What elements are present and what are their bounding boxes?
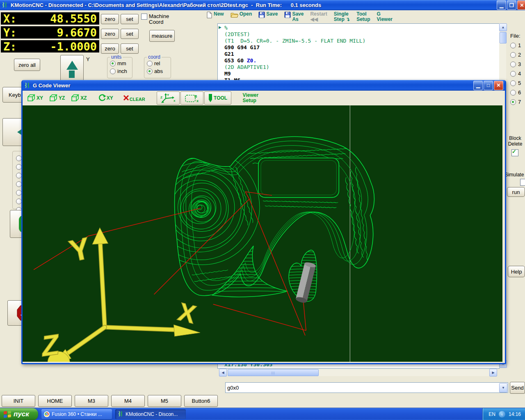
clear-button[interactable]: CLEAR — [123, 94, 145, 102]
zero-button-x[interactable]: zero — [101, 14, 119, 24]
units-inch-radio[interactable] — [110, 68, 116, 74]
feed-radio[interactable] — [16, 190, 22, 196]
measure-button[interactable]: measure — [149, 30, 175, 42]
toolbar-label: New — [214, 11, 224, 17]
help-button[interactable]: Help — [508, 266, 525, 277]
file-option-3[interactable]: 3 — [510, 61, 521, 67]
jog-y-plus-button[interactable] — [60, 55, 84, 81]
file-option-7[interactable]: 7 — [510, 99, 521, 105]
file-option-2[interactable]: 2 — [510, 52, 521, 58]
combo-dropdown-icon[interactable]: ▼ — [499, 383, 507, 393]
toolbar-label: Tool Setup — [356, 11, 370, 22]
editor-hscrollbar[interactable]: ◀ ||| ▶ — [219, 369, 497, 376]
zero-button-z[interactable]: zero — [101, 43, 119, 54]
mdi-command-value[interactable]: g0x0 — [226, 385, 499, 391]
toolbar-single-button[interactable]: Single Step ↴ — [334, 11, 350, 22]
tool-icon — [208, 94, 213, 103]
file-option-5[interactable]: 5 — [510, 80, 521, 86]
zero-button-y[interactable]: zero — [101, 29, 119, 39]
file-option-6[interactable]: 6 — [510, 89, 521, 96]
task-button[interactable]: Fusion 360 • Станки ... — [41, 409, 112, 419]
units-inch-option[interactable]: inch — [110, 68, 132, 74]
feed-radio[interactable] — [16, 164, 22, 170]
rotate-xy-button[interactable]: XY — [98, 94, 113, 102]
toolbar-open-button[interactable]: Open — [231, 11, 252, 19]
file-radio-2[interactable] — [510, 52, 516, 58]
macro-button-init[interactable]: INIT — [2, 395, 35, 407]
set-button-z[interactable]: set — [121, 43, 139, 54]
hscroll-thumb[interactable]: ||| — [228, 369, 319, 376]
coord-abs-radio[interactable] — [147, 68, 153, 74]
view-xz-button[interactable]: XZ — [71, 94, 87, 102]
scroll-left-button[interactable]: ◀ — [219, 369, 227, 377]
scroll-right-button[interactable]: ▶ — [489, 369, 497, 377]
macro-buttons-row: INITHOMEM3M4M5Button6 — [2, 395, 218, 407]
close-button[interactable]: ✕ — [517, 0, 525, 10]
file-radio-6[interactable] — [510, 90, 516, 96]
toolbar-tool-button[interactable]: Tool Setup — [356, 11, 370, 22]
block-delete-checkbox[interactable] — [511, 149, 518, 156]
machine-coord-option[interactable]: Machine Coord — [141, 14, 169, 25]
vscroll-thumb[interactable] — [500, 32, 507, 43]
macro-button-m5[interactable]: M5 — [148, 395, 181, 407]
bounds-box-button[interactable]: B x — [180, 91, 203, 105]
toolbar-label: Save As — [292, 11, 304, 22]
send-button[interactable]: Send — [510, 382, 525, 394]
viewer-canvas[interactable]: YXZ — [23, 105, 502, 362]
toolpath-scene: YXZ — [23, 105, 502, 362]
show-axes-button[interactable]: Y x Z — [157, 91, 180, 105]
macro-button-button6[interactable]: Button6 — [184, 395, 218, 407]
minimize-button[interactable]: ▁ — [497, 0, 506, 10]
file-option-1[interactable]: 1 — [510, 42, 521, 48]
viewer-minimize-button[interactable]: ▁ — [473, 81, 483, 90]
task-button[interactable]: KMotionCNC - Discon... — [115, 409, 186, 419]
toolbar-new-button[interactable]: New — [206, 11, 224, 20]
toolbar-save-button[interactable]: Save As — [284, 11, 304, 22]
feed-radio[interactable] — [16, 181, 22, 187]
viewer-close-button[interactable]: ✕ — [494, 81, 503, 90]
set-buttons: setsetset — [121, 12, 139, 58]
set-button-y[interactable]: set — [121, 29, 139, 39]
machine-coord-checkbox[interactable] — [141, 14, 147, 20]
gcode-line: M9 — [224, 71, 365, 77]
file-radio-7[interactable] — [510, 99, 516, 105]
macro-button-m3[interactable]: M3 — [75, 395, 108, 407]
viewer-maximize-button[interactable]: □ — [484, 81, 493, 90]
language-indicator[interactable]: EN — [488, 411, 495, 417]
start-button[interactable]: пуск — [0, 408, 38, 420]
file-radio-5[interactable] — [510, 80, 516, 86]
zero-all-button[interactable]: zero all — [14, 59, 40, 71]
coord-rel-option[interactable]: rel — [147, 60, 171, 66]
scroll-up-button[interactable]: ▲ — [499, 23, 507, 31]
gcode-line: (2DTEST) — [224, 31, 365, 38]
toolbar-g-button[interactable]: G Viewer — [377, 11, 393, 22]
file-radio-1[interactable] — [510, 43, 516, 48]
run-button[interactable]: run — [507, 187, 525, 197]
toolbar-save-button[interactable]: Save — [258, 11, 278, 19]
view-xy-button[interactable]: XY — [27, 94, 43, 102]
feed-radio[interactable] — [16, 173, 22, 178]
file-radio-3[interactable] — [510, 62, 516, 67]
units-mm-option[interactable]: mm — [110, 60, 132, 66]
show-tool-button[interactable]: TOOL — [204, 91, 231, 105]
restore-button[interactable]: ❐ — [507, 0, 516, 10]
feed-radio[interactable] — [16, 199, 22, 204]
coord-abs-option[interactable]: abs — [147, 68, 171, 74]
file-radio-4[interactable] — [510, 71, 516, 77]
macro-button-home[interactable]: HOME — [38, 395, 72, 407]
toolbar-label: G Viewer — [377, 11, 393, 22]
macro-button-m4[interactable]: M4 — [111, 395, 145, 407]
file-panel-label: File: — [510, 33, 521, 39]
feed-radio[interactable] — [16, 155, 22, 161]
svg-text:x: x — [173, 99, 176, 103]
view-yz-button[interactable]: YZ — [49, 94, 65, 102]
units-mm-radio[interactable] — [110, 61, 116, 66]
file-option-4[interactable]: 4 — [510, 71, 521, 77]
file-toolbar: NewOpenSaveSave AsRestart ◀◀Single Step … — [206, 11, 393, 22]
viewer-setup-button[interactable]: Viewer Setup — [243, 93, 258, 103]
set-button-x[interactable]: set — [121, 14, 139, 24]
mdi-command-combobox[interactable]: g0x0 ▼ — [225, 382, 508, 393]
coord-rel-radio[interactable] — [147, 61, 153, 66]
simulate-checkbox[interactable] — [520, 179, 525, 186]
hide-icons-chevron[interactable]: ‹ — [499, 411, 505, 418]
